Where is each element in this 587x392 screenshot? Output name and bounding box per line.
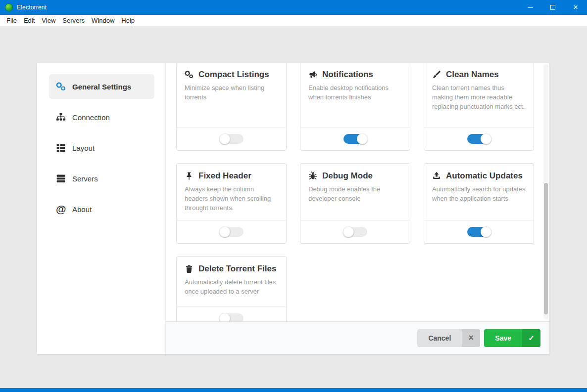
card-header: Notifications <box>300 63 410 83</box>
menu-file[interactable]: File <box>3 16 20 25</box>
toggle-row <box>300 127 410 150</box>
card-clean-names: Clean Names Clean torrent names thus mak… <box>424 63 534 151</box>
automatic-updates-toggle[interactable] <box>467 227 491 237</box>
toggle-knob <box>481 226 491 237</box>
toggle-knob <box>357 133 368 144</box>
scrollbar-thumb[interactable] <box>544 183 548 314</box>
sidebar-item-general-settings[interactable]: General Settings <box>49 74 154 99</box>
card-delete-torrent-files: Delete Torrent Files Automatically delet… <box>176 256 287 321</box>
menu-edit[interactable]: Edit <box>20 16 38 25</box>
card-title: Debug Mode <box>322 171 373 181</box>
maximize-icon <box>550 5 555 10</box>
maximize-button[interactable] <box>541 0 564 15</box>
card-title: Automatic Updates <box>446 171 523 181</box>
window-controls: × <box>519 0 587 15</box>
sidebar-item-label: Layout <box>72 144 95 152</box>
card-title: Clean Names <box>446 70 499 80</box>
card-description: Always keep the column headers shown whe… <box>177 184 286 220</box>
close-button[interactable]: × <box>564 0 587 15</box>
trash-icon <box>185 264 194 273</box>
titlebar: Electorrent × <box>0 0 587 15</box>
cancel-button[interactable]: Cancel × <box>417 329 480 347</box>
menu-view[interactable]: View <box>38 16 59 25</box>
card-header: Debug Mode <box>300 164 410 184</box>
card-header: Automatic Updates <box>424 164 534 184</box>
debug-mode-toggle[interactable] <box>343 227 367 237</box>
close-icon: × <box>462 329 480 347</box>
save-button[interactable]: Save ✓ <box>484 329 540 347</box>
sidebar-item-connection[interactable]: Connection <box>49 105 154 130</box>
minimize-button[interactable] <box>519 0 541 15</box>
settings-content: Compact Listings Minimize space when lis… <box>166 63 549 354</box>
toggle-knob <box>481 133 491 144</box>
cards-viewport: Compact Listings Minimize space when lis… <box>166 63 549 321</box>
paint-brush-icon <box>432 70 441 79</box>
menu-help[interactable]: Help <box>118 16 138 25</box>
toggle-knob <box>219 313 230 321</box>
card-notifications: Notifications Enable desktop notificatio… <box>300 63 410 151</box>
notifications-toggle[interactable] <box>343 134 367 144</box>
cogs-icon <box>185 70 194 79</box>
sitemap-icon <box>56 112 66 122</box>
card-fixed-header: Fixed Header Always keep the column head… <box>176 163 287 244</box>
card-description: Automatically search for updates when th… <box>424 184 534 220</box>
card-header: Clean Names <box>424 63 534 83</box>
menu-servers[interactable]: Servers <box>59 16 88 25</box>
card-compact-listings: Compact Listings Minimize space when lis… <box>176 63 287 151</box>
sidebar-item-servers[interactable]: Servers <box>49 166 154 191</box>
card-description: Debug mode enables the developer console <box>300 184 410 220</box>
toggle-knob <box>219 226 230 237</box>
sidebar-item-label: About <box>72 205 92 214</box>
settings-footer: Cancel × Save ✓ <box>166 321 549 354</box>
sidebar-item-label: Servers <box>72 174 98 183</box>
menu-window[interactable]: Window <box>88 16 118 25</box>
scrollbar <box>543 64 548 319</box>
card-header: Compact Listings <box>177 63 286 83</box>
sidebar-item-about[interactable]: @ About <box>49 197 154 221</box>
delete-torrent-files-toggle[interactable] <box>220 313 244 321</box>
layout-list-icon <box>56 143 66 153</box>
compact-listings-toggle[interactable] <box>220 134 244 144</box>
toggle-row <box>177 220 286 243</box>
fixed-header-toggle[interactable] <box>220 227 244 237</box>
card-title: Compact Listings <box>198 70 269 80</box>
app-logo-icon <box>5 3 13 11</box>
sidebar-item-label: Connection <box>72 113 110 122</box>
bullhorn-icon <box>308 70 317 79</box>
toggle-row <box>300 220 410 243</box>
menubar: File Edit View Servers Window Help <box>0 15 587 26</box>
sidebar-item-layout[interactable]: Layout <box>49 135 154 160</box>
toggle-row <box>424 220 534 243</box>
card-header: Delete Torrent Files <box>177 257 286 277</box>
settings-cards-grid: Compact Listings Minimize space when lis… <box>176 63 534 321</box>
close-icon: × <box>573 3 578 11</box>
clean-names-toggle[interactable] <box>467 134 491 144</box>
card-description: Automatically delete torrent files once … <box>177 277 286 306</box>
card-title: Fixed Header <box>198 171 251 181</box>
check-icon: ✓ <box>522 329 540 347</box>
window-title: Electorrent <box>17 4 47 11</box>
at-icon: @ <box>56 204 66 214</box>
upload-icon <box>432 172 441 180</box>
card-header: Fixed Header <box>177 164 286 184</box>
minimize-icon <box>528 7 533 8</box>
bug-icon <box>308 172 317 180</box>
pin-icon <box>185 172 194 180</box>
settings-sidebar: General Settings Connection Layout Serve… <box>37 63 166 354</box>
card-description: Clean torrent names thus making them mor… <box>424 83 534 127</box>
server-icon <box>56 174 66 183</box>
toggle-row <box>177 306 286 321</box>
toggle-row <box>177 127 286 150</box>
cogs-icon <box>56 82 66 91</box>
card-automatic-updates: Automatic Updates Automatically search f… <box>424 163 534 244</box>
toggle-knob <box>343 226 354 237</box>
save-button-label: Save <box>484 329 522 347</box>
toggle-row <box>424 127 534 150</box>
card-description: Enable desktop notifications when torren… <box>300 83 410 127</box>
card-title: Notifications <box>322 70 373 80</box>
window-bottom-accent <box>0 388 587 392</box>
cancel-button-label: Cancel <box>417 329 462 347</box>
sidebar-item-label: General Settings <box>72 83 131 91</box>
card-title: Delete Torrent Files <box>198 264 276 274</box>
toggle-knob <box>219 133 230 144</box>
